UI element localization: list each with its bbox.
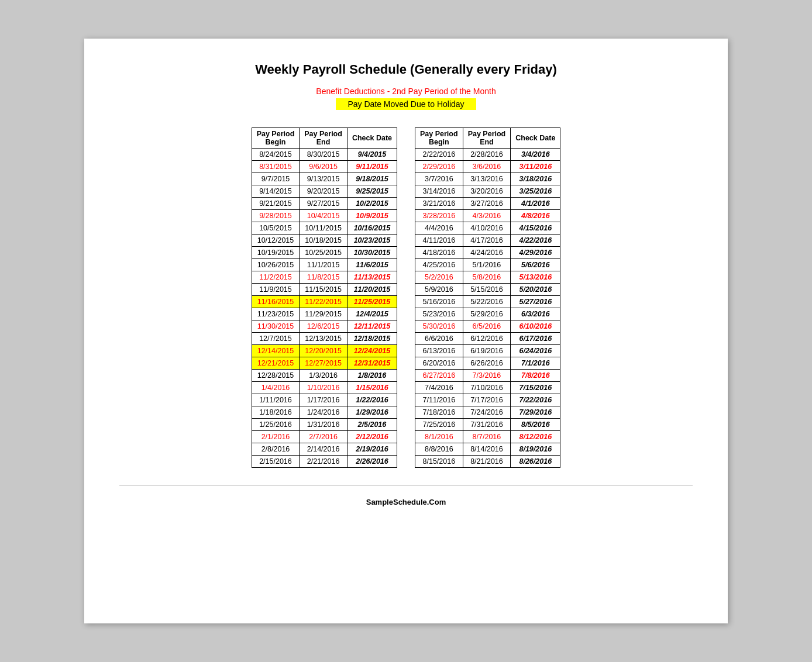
period-begin-cell: 8/31/2015	[252, 161, 300, 173]
check-date-cell: 3/4/2016	[511, 149, 560, 161]
table-row: 5/30/20166/5/20166/10/2016	[415, 320, 560, 333]
check-date-cell: 8/26/2016	[511, 456, 560, 468]
table-row: 8/31/20159/6/20159/11/2015	[252, 161, 397, 173]
period-begin-cell: 2/8/2016	[252, 443, 300, 456]
period-end-cell: 12/27/2015	[300, 357, 347, 370]
col-header: Pay PeriodBegin	[415, 128, 463, 149]
period-begin-cell: 10/12/2015	[252, 235, 300, 247]
check-date-cell: 2/26/2016	[347, 456, 397, 468]
table-row: 1/25/20161/31/20162/5/2016	[252, 419, 397, 431]
check-date-cell: 5/27/2016	[511, 296, 560, 308]
table-row: 8/1/20168/7/20168/12/2016	[415, 431, 560, 443]
period-begin-cell: 11/9/2015	[252, 284, 300, 296]
table-row: 3/28/20164/3/20164/8/2016	[415, 210, 560, 222]
period-end-cell: 1/10/2016	[300, 382, 347, 394]
check-date-cell: 1/29/2016	[347, 406, 397, 419]
period-end-cell: 4/10/2016	[463, 222, 511, 235]
table-row: 8/8/20168/14/20168/19/2016	[415, 443, 560, 456]
period-begin-cell: 3/28/2016	[415, 210, 463, 222]
period-end-cell: 7/24/2016	[463, 406, 511, 419]
table-row: 8/24/20158/30/20159/4/2015	[252, 149, 397, 161]
period-begin-cell: 1/11/2016	[252, 394, 300, 406]
table-row: 7/4/20167/10/20167/15/2016	[415, 382, 560, 394]
period-end-cell: 6/12/2016	[463, 333, 511, 345]
table-row: 2/15/20162/21/20162/26/2016	[252, 456, 397, 468]
period-end-cell: 11/15/2015	[300, 284, 347, 296]
period-begin-cell: 6/20/2016	[415, 357, 463, 370]
table-row: 10/19/201510/25/201510/30/2015	[252, 247, 397, 259]
table-row: 11/2/201511/8/201511/13/2015	[252, 271, 397, 284]
check-date-cell: 3/18/2016	[511, 173, 560, 185]
table-row: 6/27/20167/3/20167/8/2016	[415, 370, 560, 382]
period-begin-cell: 8/15/2016	[415, 456, 463, 468]
period-begin-cell: 8/1/2016	[415, 431, 463, 443]
check-date-cell: 7/15/2016	[511, 382, 560, 394]
period-end-cell: 9/27/2015	[300, 198, 347, 210]
period-end-cell: 11/8/2015	[300, 271, 347, 284]
footer: SampleSchedule.Com	[119, 485, 693, 506]
check-date-cell: 9/18/2015	[347, 173, 397, 185]
table-row: 12/7/201512/13/201512/18/2015	[252, 333, 397, 345]
period-end-cell: 9/20/2015	[300, 185, 347, 198]
period-end-cell: 3/20/2016	[463, 185, 511, 198]
table-row: 5/16/20165/22/20165/27/2016	[415, 296, 560, 308]
period-end-cell: 11/1/2015	[300, 259, 347, 271]
period-begin-cell: 2/29/2016	[415, 161, 463, 173]
period-begin-cell: 11/16/2015	[252, 296, 300, 308]
check-date-cell: 11/25/2015	[347, 296, 397, 308]
check-date-cell: 9/25/2015	[347, 185, 397, 198]
period-begin-cell: 5/2/2016	[415, 271, 463, 284]
check-date-cell: 4/8/2016	[511, 210, 560, 222]
check-date-cell: 8/12/2016	[511, 431, 560, 443]
check-date-cell: 7/1/2016	[511, 357, 560, 370]
period-begin-cell: 11/23/2015	[252, 308, 300, 320]
table-row: 6/20/20166/26/20167/1/2016	[415, 357, 560, 370]
period-end-cell: 5/29/2016	[463, 308, 511, 320]
table-row: 5/23/20165/29/20166/3/2016	[415, 308, 560, 320]
table-row: 3/14/20163/20/20163/25/2016	[415, 185, 560, 198]
period-end-cell: 9/13/2015	[300, 173, 347, 185]
period-end-cell: 2/7/2016	[300, 431, 347, 443]
check-date-cell: 8/19/2016	[511, 443, 560, 456]
check-date-cell: 4/15/2016	[511, 222, 560, 235]
period-end-cell: 2/28/2016	[463, 149, 511, 161]
period-end-cell: 10/18/2015	[300, 235, 347, 247]
table-row: 10/26/201511/1/201511/6/2015	[252, 259, 397, 271]
table-row: 4/4/20164/10/20164/15/2016	[415, 222, 560, 235]
table-row: 7/25/20167/31/20168/5/2016	[415, 419, 560, 431]
period-end-cell: 4/17/2016	[463, 235, 511, 247]
table-row: 2/1/20162/7/20162/12/2016	[252, 431, 397, 443]
check-date-cell: 9/11/2015	[347, 161, 397, 173]
period-end-cell: 8/21/2016	[463, 456, 511, 468]
period-begin-cell: 10/26/2015	[252, 259, 300, 271]
col-header: Check Date	[347, 128, 397, 149]
period-end-cell: 4/3/2016	[463, 210, 511, 222]
period-begin-cell: 1/25/2016	[252, 419, 300, 431]
period-end-cell: 2/21/2016	[300, 456, 347, 468]
check-date-cell: 3/11/2016	[511, 161, 560, 173]
table-row: 4/25/20165/1/20165/6/2016	[415, 259, 560, 271]
table-row: 12/21/201512/27/201512/31/2015	[252, 357, 397, 370]
check-date-cell: 1/22/2016	[347, 394, 397, 406]
period-begin-cell: 3/21/2016	[415, 198, 463, 210]
table-row: 5/9/20165/15/20165/20/2016	[415, 284, 560, 296]
period-end-cell: 9/6/2015	[300, 161, 347, 173]
check-date-cell: 10/9/2015	[347, 210, 397, 222]
period-end-cell: 12/20/2015	[300, 345, 347, 357]
table-row: 2/8/20162/14/20162/19/2016	[252, 443, 397, 456]
check-date-cell: 11/20/2015	[347, 284, 397, 296]
check-date-cell: 12/11/2015	[347, 320, 397, 333]
period-end-cell: 3/27/2016	[463, 198, 511, 210]
period-begin-cell: 2/22/2016	[415, 149, 463, 161]
table-row: 9/7/20159/13/20159/18/2015	[252, 173, 397, 185]
check-date-cell: 6/24/2016	[511, 345, 560, 357]
check-date-cell: 6/17/2016	[511, 333, 560, 345]
page-title: Weekly Payroll Schedule (Generally every…	[255, 62, 557, 77]
period-begin-cell: 3/7/2016	[415, 173, 463, 185]
period-begin-cell: 9/7/2015	[252, 173, 300, 185]
period-end-cell: 5/15/2016	[463, 284, 511, 296]
table-row: 7/18/20167/24/20167/29/2016	[415, 406, 560, 419]
period-end-cell: 5/8/2016	[463, 271, 511, 284]
period-begin-cell: 7/11/2016	[415, 394, 463, 406]
table-row: 1/18/20161/24/20161/29/2016	[252, 406, 397, 419]
